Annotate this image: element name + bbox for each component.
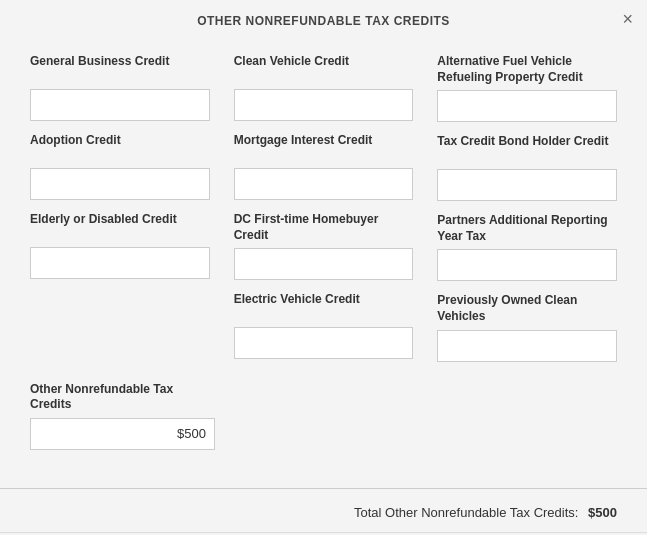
electric-vehicle-credit-input[interactable]: [234, 327, 414, 359]
previously-owned-clean-vehicles-input[interactable]: [437, 330, 617, 362]
tax-credit-bond-holder-input[interactable]: [437, 169, 617, 201]
total-value: $500: [588, 505, 617, 520]
electric-vehicle-credit-label: Electric Vehicle Credit: [234, 292, 414, 322]
mortgage-interest-credit-label: Mortgage Interest Credit: [234, 133, 414, 163]
col2-fields: Clean Vehicle Credit Mortgage Interest C…: [234, 54, 414, 374]
other-nonrefundable-input[interactable]: [30, 418, 215, 450]
clean-vehicle-credit-label: Clean Vehicle Credit: [234, 54, 414, 84]
other-nonrefundable-label: Other Nonrefundable Tax Credits: [30, 382, 215, 413]
field-group-previously-owned-clean-vehicles: Previously Owned Clean Vehicles: [437, 293, 617, 361]
modal-header: OTHER NONREFUNDABLE TAX CREDITS ×: [0, 0, 647, 38]
alt-fuel-vehicle-input[interactable]: [437, 90, 617, 122]
elderly-disabled-credit-label: Elderly or Disabled Credit: [30, 212, 210, 242]
col1-fields: General Business Credit Adoption Credit …: [30, 54, 210, 374]
field-group-general-business-credit: General Business Credit: [30, 54, 210, 121]
close-x-button[interactable]: ×: [622, 10, 633, 28]
fields-grid: General Business Credit Adoption Credit …: [30, 54, 617, 374]
total-label: Total Other Nonrefundable Tax Credits:: [354, 505, 579, 520]
modal-title: OTHER NONREFUNDABLE TAX CREDITS: [197, 14, 450, 28]
adoption-credit-label: Adoption Credit: [30, 133, 210, 163]
modal-body: General Business Credit Adoption Credit …: [0, 38, 647, 472]
field-group-electric-vehicle-credit: Electric Vehicle Credit: [234, 292, 414, 359]
field-group-elderly-disabled-credit: Elderly or Disabled Credit: [30, 212, 210, 279]
partners-additional-reporting-label: Partners Additional Reporting Year Tax: [437, 213, 617, 244]
field-group-tax-credit-bond-holder: Tax Credit Bond Holder Credit: [437, 134, 617, 201]
field-group-adoption-credit: Adoption Credit: [30, 133, 210, 200]
mortgage-interest-credit-input[interactable]: [234, 168, 414, 200]
dc-first-time-homebuyer-label: DC First-time Homebuyer Credit: [234, 212, 414, 243]
other-nonrefundable-section: Other Nonrefundable Tax Credits: [30, 382, 617, 450]
field-group-clean-vehicle-credit: Clean Vehicle Credit: [234, 54, 414, 121]
general-business-credit-input[interactable]: [30, 89, 210, 121]
col3-fields: Alternative Fuel Vehicle Refueling Prope…: [437, 54, 617, 374]
adoption-credit-input[interactable]: [30, 168, 210, 200]
tax-credit-bond-holder-label: Tax Credit Bond Holder Credit: [437, 134, 617, 164]
alt-fuel-vehicle-label: Alternative Fuel Vehicle Refueling Prope…: [437, 54, 617, 85]
clean-vehicle-credit-input[interactable]: [234, 89, 414, 121]
partners-additional-reporting-input[interactable]: [437, 249, 617, 281]
elderly-disabled-credit-input[interactable]: [30, 247, 210, 279]
general-business-credit-label: General Business Credit: [30, 54, 210, 84]
total-row: Total Other Nonrefundable Tax Credits: $…: [0, 499, 647, 532]
previously-owned-clean-vehicles-label: Previously Owned Clean Vehicles: [437, 293, 617, 324]
field-group-alt-fuel-vehicle: Alternative Fuel Vehicle Refueling Prope…: [437, 54, 617, 122]
dc-first-time-homebuyer-input[interactable]: [234, 248, 414, 280]
field-group-other-nonrefundable: Other Nonrefundable Tax Credits: [30, 382, 215, 450]
field-group-dc-first-time-homebuyer: DC First-time Homebuyer Credit: [234, 212, 414, 280]
modal-container: OTHER NONREFUNDABLE TAX CREDITS × Genera…: [0, 0, 647, 535]
field-group-mortgage-interest-credit: Mortgage Interest Credit: [234, 133, 414, 200]
divider: [0, 488, 647, 489]
field-group-partners-additional-reporting: Partners Additional Reporting Year Tax: [437, 213, 617, 281]
